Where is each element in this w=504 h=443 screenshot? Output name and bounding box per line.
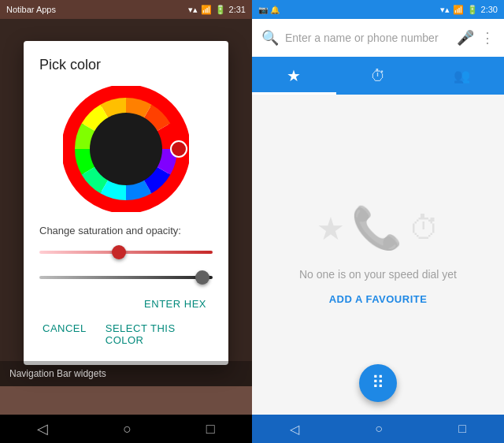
nav-widgets-bar: Navigation Bar widgets — [0, 361, 252, 386]
saturation-thumb[interactable] — [112, 245, 126, 259]
right-battery-icon: 🔋 — [467, 5, 478, 15]
right-panel: 📷 🔔 ▾▴ 📶 🔋 2:30 🔍 Enter a name or phone … — [252, 0, 504, 443]
left-time: 2:31 — [229, 5, 246, 14]
empty-state-message: No one is on your speed dial yet — [299, 268, 457, 281]
nav-widgets-label: Navigation Bar widgets — [9, 368, 106, 379]
opacity-thumb[interactable] — [195, 270, 209, 285]
home-button[interactable]: ○ — [123, 421, 132, 437]
cancel-button[interactable]: CANCEL — [39, 316, 90, 352]
dialog-overlay: Pick color — [0, 19, 252, 386]
right-back-button[interactable]: ◁ — [290, 422, 299, 437]
enter-hex-button[interactable]: ENTER HEX — [138, 295, 213, 313]
left-nav-bar: ◁ ○ □ — [0, 415, 252, 443]
opacity-slider[interactable] — [39, 270, 213, 285]
search-input[interactable]: Enter a name or phone number — [285, 32, 450, 44]
right-signal-icon: 📶 — [453, 5, 464, 15]
right-status-icons: ▾▴ 📶 🔋 2:30 — [440, 5, 498, 15]
wifi-icon: ▾▴ — [188, 5, 198, 15]
color-picker-dialog: Pick color — [24, 41, 228, 365]
empty-state-icons: ★ 📞 ⏱ — [317, 204, 440, 252]
left-status-icons: ▾▴ 📶 🔋 2:31 — [188, 5, 246, 15]
dialpad-icon: ⠿ — [372, 373, 384, 393]
saturation-slider[interactable] — [39, 244, 213, 260]
right-nav-bar: ◁ ○ □ — [252, 415, 504, 443]
right-main: ★ 📞 ⏱ No one is on your speed dial yet A… — [252, 95, 504, 415]
right-recent-button[interactable]: □ — [458, 422, 466, 436]
search-bar[interactable]: 🔍 Enter a name or phone number 🎤 ⋮ — [252, 19, 504, 57]
tab-favorites[interactable]: ★ — [252, 57, 336, 95]
left-status-bar: Notibar Apps ▾▴ 📶 🔋 2:31 — [0, 0, 252, 19]
empty-clock-icon: ⏱ — [409, 210, 440, 246]
dial-fab[interactable]: ⠿ — [359, 364, 397, 402]
color-wheel-container[interactable] — [39, 86, 213, 212]
search-icon: 🔍 — [261, 29, 279, 47]
select-color-button[interactable]: SELECT THIS COLOR — [102, 316, 213, 352]
add-favourite-button[interactable]: ADD A FAVOURITE — [329, 293, 428, 305]
empty-phone-icon: 📞 — [351, 204, 402, 252]
favorites-icon: ★ — [287, 66, 301, 85]
mic-icon[interactable]: 🎤 — [457, 29, 474, 47]
tab-contacts[interactable]: 👥 — [420, 57, 504, 95]
battery-icon: 🔋 — [215, 5, 226, 15]
svg-point-1 — [90, 113, 162, 185]
color-wheel-thumb[interactable] — [171, 141, 187, 157]
left-content-bg: Pick color — [0, 19, 252, 415]
signal-icon: 📶 — [201, 5, 212, 15]
contacts-icon: 👥 — [454, 68, 470, 84]
saturation-track — [39, 251, 213, 254]
dialog-title: Pick color — [39, 57, 213, 73]
recent-icon: ⏱ — [370, 67, 386, 85]
right-status-bar: 📷 🔔 ▾▴ 📶 🔋 2:30 — [252, 0, 504, 19]
tab-bar: ★ ⏱ 👥 — [252, 57, 504, 95]
color-wheel-svg[interactable] — [63, 86, 189, 212]
dialog-bottom-buttons: CANCEL SELECT THIS COLOR — [39, 316, 213, 352]
tab-recent[interactable]: ⏱ — [336, 57, 421, 95]
right-wifi-icon: ▾▴ — [440, 5, 450, 15]
search-actions: 🎤 ⋮ — [457, 29, 495, 47]
dialog-hex-row: ENTER HEX — [39, 295, 213, 313]
opacity-track — [39, 276, 213, 279]
saturation-label: Change saturation and opacity: — [39, 225, 213, 236]
recent-button[interactable]: □ — [206, 421, 215, 437]
left-app-name: Notibar Apps — [6, 5, 56, 14]
right-time: 2:30 — [481, 5, 498, 14]
right-status-left: 📷 🔔 — [258, 6, 280, 14]
left-panel: Notibar Apps ▾▴ 📶 🔋 2:31 Pick color — [0, 0, 252, 443]
right-home-button[interactable]: ○ — [375, 422, 383, 436]
empty-star-icon: ★ — [317, 210, 345, 247]
back-button[interactable]: ◁ — [37, 420, 48, 437]
more-options-icon[interactable]: ⋮ — [480, 29, 495, 47]
